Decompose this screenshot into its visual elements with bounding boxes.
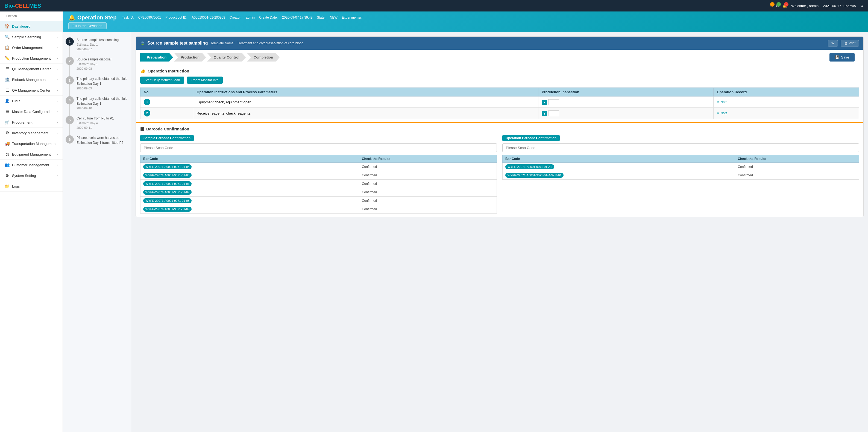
- sidebar-item-qc-management[interactable]: ☰ QC Management Center ‹: [0, 64, 63, 74]
- barcode-code: WYFE-29071-A0001-9071-01-09: [141, 205, 359, 214]
- inspection-y-value: Y: [542, 111, 547, 116]
- print-button[interactable]: 🖨 Print: [841, 40, 859, 47]
- sidebar-item-dashboard[interactable]: 🏠 Dashboard: [0, 21, 63, 32]
- creator-value: admin: [246, 16, 255, 20]
- list-item: WYFE-29071-A0001-9071-01-07 Confirmed: [141, 188, 497, 196]
- timeline-item-4[interactable]: 4 The primary cells obtained the fluid E…: [66, 96, 128, 111]
- instruction-actions: Start Daily Monitor Scan Room Monitor In…: [140, 76, 859, 84]
- room-monitor-button[interactable]: Room Monitor Info: [187, 76, 223, 84]
- chevron-icon: ‹: [57, 99, 58, 102]
- sidebar-item-label: Transportation Management: [12, 142, 57, 146]
- timeline-item-3[interactable]: 3 The primary cells obtained the fluid E…: [66, 76, 128, 91]
- sidebar-item-procurement[interactable]: 🛒 Procurement ‹: [0, 117, 63, 128]
- timeline-text-1: Source sample test sampling Estimate: Da…: [76, 37, 119, 52]
- list-item: WYFE-29071-A0001-9071-01-A1 Confirmed: [503, 163, 859, 171]
- sidebar-item-label: Sample Searching: [12, 35, 41, 39]
- sidebar-item-system-setting[interactable]: ⚙ System Setting ‹: [0, 170, 63, 181]
- chevron-icon: ‹: [57, 46, 58, 49]
- welcome-text: Welcome , admin: [791, 4, 818, 8]
- barcode-tag: WYFE-29071-A0001-9071-01-06: [143, 181, 192, 186]
- row-number-circle: 1: [144, 99, 150, 105]
- sidebar-item-biobank-management[interactable]: 🏦 Biobank Management ‹: [0, 74, 63, 85]
- timeline-text-6: P1 seed cells were harvested Estimation …: [76, 135, 128, 145]
- timeline-text-3: The primary cells obtained the fluid Est…: [76, 76, 128, 91]
- operation-table: No Operation Instructions and Process Pa…: [140, 88, 859, 119]
- word-export-button[interactable]: W: [828, 40, 838, 47]
- sidebar-item-emr[interactable]: 👤 EMR ‹: [0, 96, 63, 106]
- tab-production[interactable]: Production: [174, 53, 206, 62]
- alert-icon-btn[interactable]: ⚠ 0: [770, 4, 773, 8]
- sidebar-item-sample-searching[interactable]: 🔍 Sample Searching ‹: [0, 32, 63, 42]
- notif-icon-btn[interactable]: 🔔 5: [782, 4, 787, 8]
- timeline-circle-1: 1: [66, 37, 74, 46]
- sidebar-item-transportation-management[interactable]: 🚚 Transportation Management: [0, 138, 63, 149]
- order-icon: 📋: [4, 45, 10, 50]
- timeline-text-2: Source sample disposal Estimate: Day 1 2…: [76, 57, 111, 71]
- topnav-right: ⚠ 0 ✉ 0 🔔 5 Welcome , admin 2021-06-17 1…: [770, 4, 864, 8]
- sidebar-item-order-management[interactable]: 📋 Order Management ‹: [0, 42, 63, 53]
- sidebar-item-logs[interactable]: 📁 Logs: [0, 181, 63, 192]
- start-scan-button[interactable]: Start Daily Monitor Scan: [140, 76, 184, 84]
- row-no: 1: [141, 96, 193, 108]
- sidebar-item-qa-management[interactable]: ☰ QA Management Center ‹: [0, 85, 63, 96]
- timeline-panel: 1 Source sample test sampling Estimate: …: [63, 32, 131, 432]
- app-logo[interactable]: Bio-CELLMES: [4, 3, 41, 9]
- barcode-code: WYFE-29071-A0001-9071-01-A-WJJ-01: [503, 171, 735, 180]
- operation-barcode-input[interactable]: [502, 143, 859, 152]
- operation-instruction-section: 👍 Operation Instruction Start Daily Moni…: [136, 65, 863, 122]
- datetime-text: 2021-06-17 11:27:05: [823, 4, 856, 8]
- dashboard-icon: 🏠: [4, 24, 10, 29]
- barcode-qr-icon: ▦: [140, 126, 144, 131]
- notif-badge: 5: [784, 2, 788, 6]
- timeline-title-1: Source sample test sampling: [76, 37, 119, 42]
- logo-cell: CELL: [15, 3, 29, 9]
- barcode-tag: WYFE-29071-A0001-9071-01-05: [143, 173, 192, 178]
- barcode-tag: WYFE-29071-A0001-9071-01-07: [143, 190, 192, 195]
- sidebar-item-inventory-management[interactable]: ⚙ Inventory Management ‹: [0, 128, 63, 138]
- barcode-code: WYFE-29071-A0001-9071-01-04: [141, 163, 359, 171]
- timeline-title-2: Source sample disposal: [76, 57, 111, 62]
- list-item: WYFE-29071-A0001-9071-01-A-WJJ-01 Confir…: [503, 171, 859, 180]
- inspection-input[interactable]: [548, 111, 559, 116]
- tab-quality-control[interactable]: Quality Control: [207, 53, 246, 62]
- timeline-item-1[interactable]: 1 Source sample test sampling Estimate: …: [66, 37, 128, 52]
- sidebar-item-label: Equipment Management: [12, 152, 51, 156]
- tab-completion[interactable]: Completion: [247, 53, 280, 62]
- production-icon: ✏️: [4, 56, 10, 61]
- barcode-columns: Sample Barcode Confirmation Bar Code Che…: [140, 135, 859, 214]
- tab-preparation[interactable]: Preparation: [140, 53, 173, 62]
- chevron-icon: ‹: [57, 67, 58, 70]
- timeline-title-5: Cell culture from P0 to P1: [76, 116, 114, 121]
- mail-icon-btn[interactable]: ✉ 0: [776, 4, 779, 8]
- deviation-button[interactable]: Fill in the Deviation: [68, 23, 106, 29]
- sidebar-item-customer-management[interactable]: 👥 Customer Management ‹: [0, 160, 63, 170]
- task-id-label: Task ID:: [122, 16, 134, 20]
- save-button[interactable]: 💾 Save: [830, 53, 855, 62]
- timeline-circle-4: 4: [66, 96, 74, 104]
- chevron-icon: ‹: [57, 153, 58, 156]
- operation-barcode-col: Operation Barcode Confirmation Bar Code …: [502, 135, 859, 214]
- sample-barcode-input[interactable]: [140, 143, 497, 152]
- inspection-input[interactable]: [548, 99, 559, 105]
- hand-icon: 👍: [140, 68, 145, 73]
- note-link[interactable]: ✏ Note: [717, 111, 856, 115]
- sidebar-item-production-management[interactable]: ✏️ Production Management ‹: [0, 53, 63, 64]
- barcode-tag: WYFE-29071-A0001-9071-01-04: [143, 164, 192, 169]
- note-link[interactable]: ✏ Note: [717, 100, 856, 104]
- sidebar-item-label: Dashboard: [12, 24, 31, 28]
- list-item: WYFE-29071-A0001-9071-01-05 Confirmed: [141, 171, 497, 180]
- printer-icon: 🖨: [844, 41, 847, 45]
- chevron-icon: ‹: [57, 78, 58, 81]
- timeline-item-6[interactable]: 6 P1 seed cells were harvested Estimatio…: [66, 135, 128, 145]
- op-step-title-text: Operation Step: [78, 14, 117, 21]
- sidebar-function-label: Function: [0, 11, 63, 21]
- list-item: WYFE-29071-A0001-9071-01-04 Confirmed: [141, 163, 497, 171]
- sidebar-item-equipment-management[interactable]: ⚖ Equipment Management ‹: [0, 149, 63, 160]
- timeline-item-5[interactable]: 5 Cell culture from P0 to P1 Estimate: D…: [66, 116, 128, 130]
- sidebar-item-master-data[interactable]: ☰ Master Data Configuration ‹: [0, 106, 63, 117]
- settings-icon[interactable]: ⚙: [860, 4, 864, 8]
- chevron-icon: ‹: [57, 174, 58, 177]
- product-lot-label: Product Lot ID:: [165, 16, 187, 20]
- timeline-item-2[interactable]: 2 Source sample disposal Estimate: Day 1…: [66, 57, 128, 71]
- timeline-circle-3: 3: [66, 76, 74, 85]
